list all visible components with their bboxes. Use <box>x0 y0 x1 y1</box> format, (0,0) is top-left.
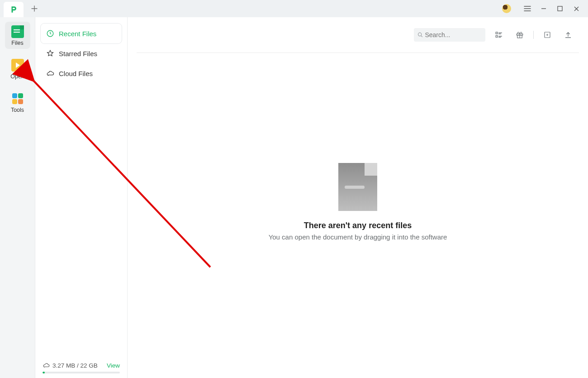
svg-point-3 <box>418 33 422 36</box>
cloud-icon <box>43 362 50 369</box>
sidebar-item-cloud[interactable]: Cloud Files <box>41 63 122 83</box>
sidebar-item-starred[interactable]: Starred Files <box>41 43 122 63</box>
rail-item-open[interactable]: Open <box>5 55 30 82</box>
storage-view-link[interactable]: View <box>107 362 120 369</box>
app-logo-icon <box>9 5 18 14</box>
storage-bar <box>43 372 120 373</box>
sidebar-item-label: Cloud Files <box>59 70 93 77</box>
svg-rect-1 <box>558 6 562 11</box>
sidebar-item-recent[interactable]: Recent Files <box>41 24 122 43</box>
minimize-button[interactable] <box>536 2 552 15</box>
rail-label: Tools <box>11 107 24 113</box>
app-tab[interactable] <box>4 2 24 17</box>
sidebar: Recent Files Starred Files Cloud Files 3… <box>35 17 128 378</box>
upload-icon <box>564 31 572 39</box>
new-file-icon <box>543 31 551 39</box>
new-tab-button[interactable] <box>28 2 41 15</box>
close-icon <box>574 6 579 12</box>
svg-rect-5 <box>496 36 498 38</box>
title-bar <box>0 0 588 17</box>
hamburger-icon <box>524 5 531 12</box>
empty-title: There aren't any recent files <box>304 221 412 230</box>
gift-icon <box>516 31 524 39</box>
rail-item-tools[interactable]: Tools <box>5 89 30 116</box>
empty-subtitle: You can open the document by dragging it… <box>269 233 447 241</box>
search-input[interactable] <box>425 31 482 38</box>
list-view-icon <box>495 31 503 39</box>
nav-rail: Files Open Tools <box>0 17 35 378</box>
rail-item-files[interactable]: Files <box>5 22 30 49</box>
sidebar-item-label: Starred Files <box>59 50 97 57</box>
storage-text: 3.27 MB / 22 GB <box>52 362 98 369</box>
plus-icon <box>31 5 38 12</box>
user-avatar[interactable] <box>502 4 511 13</box>
empty-file-icon <box>338 163 377 211</box>
tools-icon <box>11 92 24 105</box>
close-button[interactable] <box>568 2 584 15</box>
search-icon <box>417 32 423 38</box>
empty-state: There aren't any recent files You can op… <box>128 39 588 364</box>
minimize-icon <box>541 5 547 12</box>
content-area: There aren't any recent files You can op… <box>128 17 588 378</box>
menu-button[interactable] <box>519 2 536 15</box>
storage-summary: 3.27 MB / 22 GB View <box>41 362 122 369</box>
toolbar-separator <box>533 31 534 39</box>
clock-icon <box>46 29 54 38</box>
rail-label: Open <box>10 73 24 80</box>
maximize-icon <box>557 6 563 11</box>
star-icon <box>46 49 54 57</box>
sidebar-item-label: Recent Files <box>59 30 96 38</box>
svg-rect-0 <box>13 8 15 9</box>
files-icon <box>11 25 24 38</box>
rail-label: Files <box>11 40 23 46</box>
open-folder-icon <box>11 59 24 72</box>
maximize-button[interactable] <box>552 2 568 15</box>
cloud-icon <box>46 69 54 77</box>
svg-rect-4 <box>496 32 498 34</box>
